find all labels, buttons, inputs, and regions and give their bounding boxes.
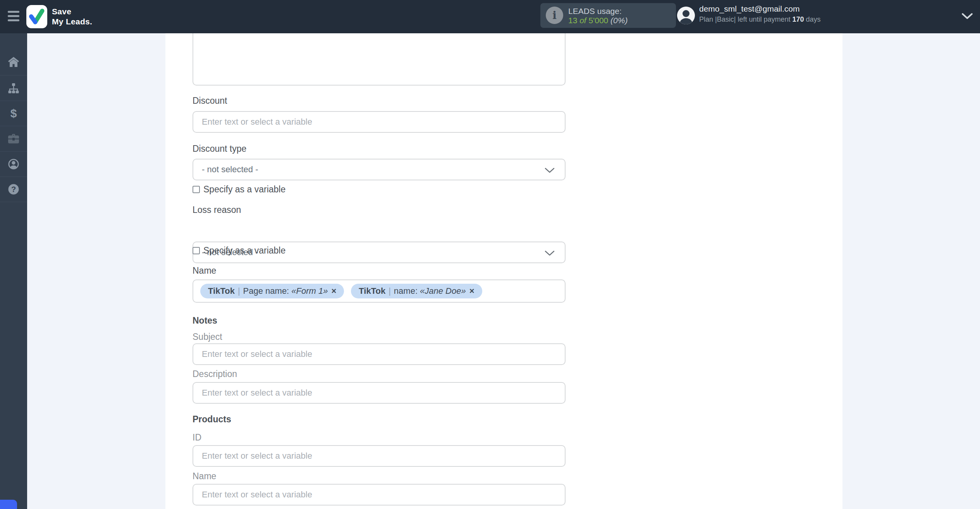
subject-input[interactable] [193,343,566,365]
description-label: Description [193,368,566,379]
name-label: Name [193,265,566,276]
remove-tag-icon[interactable]: × [331,286,336,296]
app-title: Save My Leads. [52,7,92,27]
discount-input[interactable] [193,111,566,133]
remove-tag-icon[interactable]: × [469,286,475,296]
loss-reason-variable-checkbox-row[interactable]: Specify as a variable [193,245,566,256]
variable-tag[interactable]: TikTok | name: «Jane Doe» × [351,284,482,298]
logo-check-icon [26,5,47,28]
product-name-label: Name [193,471,566,482]
home-icon[interactable] [8,57,19,67]
days-left-value: 170 [792,15,804,23]
sidebar: $ ? [0,33,27,509]
leads-usage-value: 13 of 5'000 (0%) [568,16,628,25]
account-plan-info: Plan |Basic| left until payment 170 days [699,15,821,24]
discount-type-label: Discount type [193,143,566,154]
checkbox[interactable] [193,247,200,254]
discount-type-select[interactable]: - not selected - [193,159,566,180]
chevron-down-icon[interactable] [961,13,973,21]
checkbox[interactable] [193,186,200,193]
help-icon[interactable]: ? [8,184,19,195]
user-avatar-icon[interactable] [677,7,695,24]
account-email[interactable]: demo_sml_test@gmail.com [699,4,799,14]
message-textarea[interactable] [193,33,566,86]
product-name-input[interactable] [193,484,566,506]
loss-reason-label: Loss reason [193,204,566,215]
svg-text:?: ? [11,185,16,194]
svg-text:$: $ [10,108,17,119]
chat-widget[interactable] [0,500,17,509]
leads-usage-widget[interactable]: i LEADS usage: 13 of 5'000 (0%) [540,3,676,28]
chevron-down-icon [545,168,555,173]
page: { "topbar": { "logo_line1": "Save", "log… [0,0,980,509]
products-section-header: Products [193,414,566,425]
product-id-label: ID [193,432,566,443]
settings-form-panel: Discount Discount type - not selected - … [165,33,842,509]
connections-icon[interactable] [8,83,19,94]
description-input[interactable] [193,382,566,404]
account-icon[interactable] [8,159,19,170]
notes-section-header: Notes [193,315,566,326]
leads-usage-label: LEADS usage: [568,7,628,16]
name-tags-field[interactable]: TikTok | Page name: «Form 1» × TikTok | … [193,279,566,303]
hamburger-menu-icon[interactable] [8,11,19,22]
savemyleads-logo[interactable] [26,5,47,28]
topbar: Save My Leads. i LEADS usage: 13 of 5'00… [0,0,980,33]
discount-label: Discount [193,95,566,106]
discount-type-variable-checkbox-row[interactable]: Specify as a variable [193,184,566,195]
info-icon: i [546,7,563,24]
services-icon[interactable] [8,133,19,144]
variable-tag[interactable]: TikTok | Page name: «Form 1» × [200,284,344,298]
payments-icon[interactable]: $ [8,108,19,119]
subject-label: Subject [193,331,566,342]
product-id-input[interactable] [193,445,566,467]
